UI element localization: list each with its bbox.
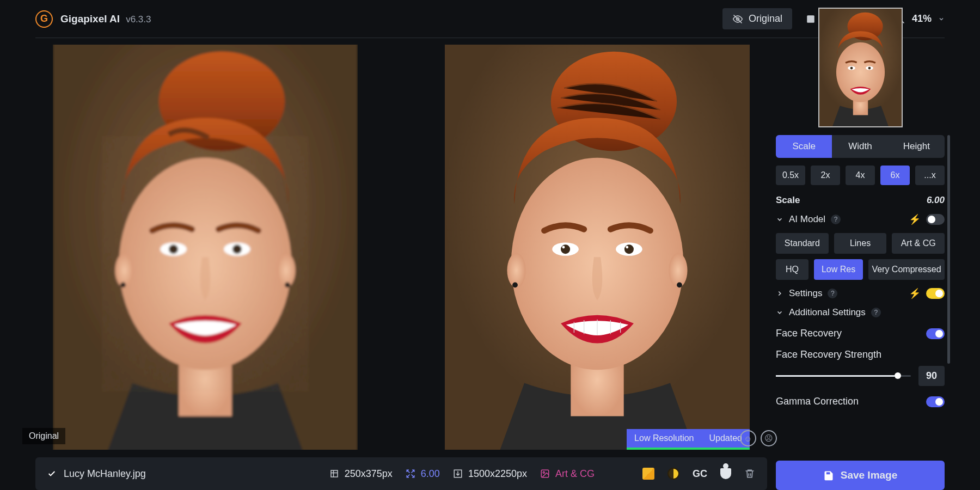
svg-point-45: [677, 283, 682, 288]
model-low-res[interactable]: Low Res: [814, 259, 863, 280]
thumbnail-preview[interactable]: [818, 8, 903, 127]
delete-button[interactable]: [744, 468, 755, 479]
model-readout: Art & CG: [540, 468, 595, 480]
scale-6x[interactable]: 6x: [880, 166, 910, 185]
settings-label: Settings: [789, 288, 822, 299]
filename[interactable]: Lucy McHanley.jpg: [64, 468, 146, 480]
gamma-toggle[interactable]: [926, 396, 945, 407]
scale-readout: 6.00: [406, 468, 440, 480]
svg-rect-46: [331, 470, 338, 477]
ai-model-label: AI Model: [789, 214, 825, 225]
contrast-icon[interactable]: [667, 468, 679, 480]
chevron-down-icon[interactable]: [776, 216, 783, 223]
app-logo: G: [35, 10, 53, 28]
svg-point-23: [115, 253, 133, 287]
help-icon[interactable]: ?: [828, 289, 837, 298]
image-icon: [540, 469, 550, 479]
file-info-bar: Lucy McHanley.jpg 250x375px 6.00: [35, 457, 767, 490]
updated-label: Low Resolution Updated: [627, 429, 750, 450]
output-icon: [453, 469, 463, 479]
sidebar-scrollbar[interactable]: [947, 135, 950, 364]
svg-point-49: [543, 471, 544, 473]
face-strength-value[interactable]: 90: [918, 366, 945, 386]
original-label: Original: [22, 428, 65, 444]
svg-point-32: [561, 244, 570, 254]
scale-2x[interactable]: 2x: [811, 166, 840, 185]
feedback-happy-button[interactable]: ☺: [740, 430, 756, 446]
tab-scale[interactable]: Scale: [776, 135, 832, 158]
ai-model-auto-toggle[interactable]: [926, 214, 945, 225]
svg-point-36: [626, 246, 628, 249]
svg-point-44: [669, 253, 687, 287]
model-standard[interactable]: Standard: [776, 233, 829, 254]
model-art-cg[interactable]: Art & CG: [892, 233, 945, 254]
person-icon[interactable]: [720, 468, 731, 479]
expand-icon: [406, 469, 415, 479]
eye-off-icon: [732, 14, 743, 24]
face-strength-label: Face Recovery Strength: [776, 349, 945, 360]
tab-height[interactable]: Height: [889, 135, 945, 158]
flash-icon: ⚡: [909, 213, 921, 225]
help-icon[interactable]: ?: [871, 308, 881, 317]
feedback-sad-button[interactable]: ☹: [761, 430, 777, 446]
scale-value: 6.00: [927, 195, 945, 206]
chevron-down-icon[interactable]: [776, 309, 783, 316]
scale-custom[interactable]: ...x: [915, 166, 945, 185]
color-swatch-icon[interactable]: [642, 468, 654, 480]
face-recovery-label: Face Recovery: [776, 328, 842, 339]
chevron-right-icon[interactable]: [776, 290, 783, 297]
svg-point-35: [624, 244, 634, 254]
flash-icon: ⚡: [909, 287, 921, 299]
svg-point-24: [120, 283, 126, 288]
svg-point-43: [512, 283, 518, 288]
source-dimensions: 250x375px: [329, 468, 393, 480]
face-strength-slider[interactable]: [776, 375, 911, 377]
model-hq[interactable]: HQ: [776, 259, 808, 280]
svg-point-55: [850, 67, 853, 70]
scale-0-5x[interactable]: 0.5x: [776, 166, 805, 185]
svg-point-57: [868, 67, 871, 70]
gc-badge: GC: [693, 468, 707, 480]
svg-point-33: [562, 246, 565, 249]
face-recovery-toggle[interactable]: [926, 328, 945, 339]
scale-4x[interactable]: 4x: [846, 166, 875, 185]
app-name: Gigapixel AI v6.3.3: [60, 13, 151, 25]
scale-label: Scale: [776, 195, 800, 206]
svg-point-25: [277, 253, 295, 287]
settings-auto-toggle[interactable]: [926, 288, 945, 299]
resize-mode-tabs: Scale Width Height: [776, 135, 945, 158]
svg-point-42: [507, 253, 525, 287]
svg-point-22: [232, 244, 242, 254]
model-lines[interactable]: Lines: [834, 233, 887, 254]
svg-point-20: [169, 244, 178, 254]
original-image-pane[interactable]: Original: [53, 45, 358, 450]
output-dimensions: 1500x2250px: [453, 468, 527, 480]
help-icon[interactable]: ?: [831, 215, 841, 224]
model-very-compressed[interactable]: Very Compressed: [868, 259, 945, 280]
save-icon: [823, 470, 834, 481]
save-image-button[interactable]: Save Image: [776, 461, 945, 490]
svg-point-26: [285, 283, 290, 288]
dimensions-icon: [329, 469, 339, 479]
check-icon: [47, 469, 56, 478]
updated-image-pane[interactable]: Low Resolution Updated ☺ ☹: [445, 45, 750, 450]
tab-width[interactable]: Width: [832, 135, 888, 158]
gamma-label: Gamma Correction: [776, 396, 859, 407]
additional-settings-label: Additional Settings: [789, 307, 866, 318]
